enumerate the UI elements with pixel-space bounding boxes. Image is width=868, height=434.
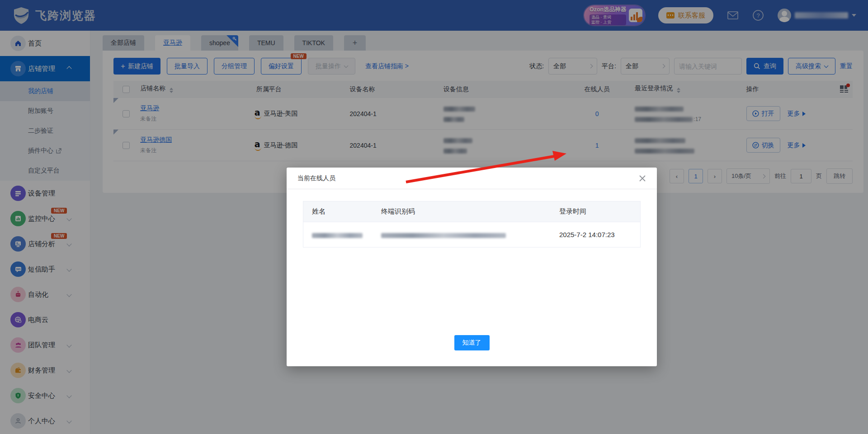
- user-name-redacted: [303, 231, 381, 238]
- online-users-table: 姓名 终端识别码 登录时间 2025-7-2 14:07:23: [303, 201, 641, 247]
- app-root: 飞跨浏览器 Ozon选品神器 选品 · 查词监控 · 上货: [0, 0, 868, 434]
- online-user-row: 2025-7-2 14:07:23: [303, 222, 640, 247]
- modal-title: 当前在线人员: [297, 174, 335, 182]
- online-users-modal: 当前在线人员 姓名 终端识别码 登录时间 2025-7-2 14:07:23 知…: [287, 168, 657, 366]
- got-it-button[interactable]: 知道了: [454, 335, 490, 350]
- close-icon[interactable]: [639, 175, 646, 182]
- modal-header: 当前在线人员: [287, 168, 657, 189]
- login-time: 2025-7-2 14:07:23: [559, 231, 640, 238]
- terminal-id-redacted: [381, 231, 559, 238]
